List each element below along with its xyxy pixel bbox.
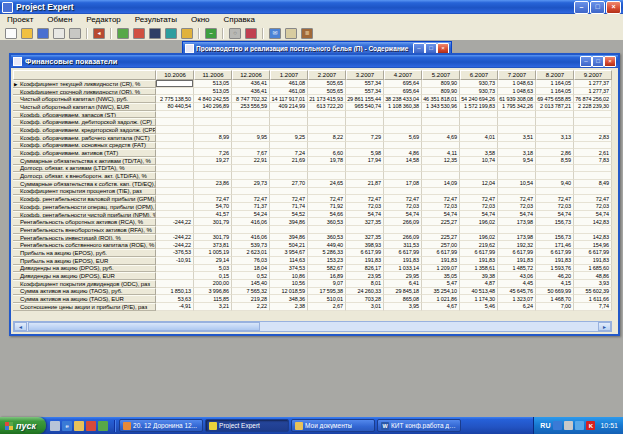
table-cell[interactable]: 301,79 <box>194 218 232 226</box>
table-cell[interactable] <box>536 188 574 196</box>
bg-close-button[interactable]: × <box>437 43 449 54</box>
table-cell[interactable] <box>308 111 346 119</box>
table-cell[interactable] <box>574 142 612 150</box>
row-label[interactable]: Рентабельность оборотных активов (RCA), … <box>13 218 156 226</box>
table-cell[interactable]: 72,47 <box>460 195 498 203</box>
print-button[interactable] <box>68 27 82 39</box>
table-cell[interactable]: 54,24 <box>232 211 270 219</box>
table-cell[interactable] <box>156 226 194 234</box>
table-cell[interactable]: 3,51 <box>498 134 536 142</box>
table-cell[interactable]: 17,94 <box>346 157 384 165</box>
scrollbar-thumb[interactable] <box>28 322 260 331</box>
table-cell[interactable] <box>308 142 346 150</box>
table-cell[interactable]: 1 108 360,38 <box>384 103 422 111</box>
table-cell[interactable]: 2,67 <box>308 303 346 311</box>
table-cell[interactable] <box>156 157 194 165</box>
table-cell[interactable]: 809,90 <box>422 88 460 96</box>
table-cell[interactable]: 4,11 <box>422 149 460 157</box>
table-cell[interactable]: 1 485,72 <box>498 265 536 273</box>
table-cell[interactable]: 80 440,54 <box>156 103 194 111</box>
table-cell[interactable]: 1 174,30 <box>460 295 498 303</box>
table-cell[interactable] <box>460 226 498 234</box>
table-cell[interactable]: 505,65 <box>308 88 346 96</box>
table-cell[interactable] <box>498 111 536 119</box>
table-cell[interactable] <box>346 142 384 150</box>
table-cell[interactable]: 1 593,76 <box>536 265 574 273</box>
panel-minimize-button[interactable]: – <box>580 56 592 67</box>
table-cell[interactable]: 24 260,33 <box>346 288 384 296</box>
row-label[interactable]: Прибыль на акцию (EPOS), EUR <box>13 257 156 265</box>
table-cell[interactable]: 48,86 <box>574 272 612 280</box>
table-cell[interactable] <box>194 111 232 119</box>
save-button[interactable] <box>36 27 50 39</box>
table-cell[interactable]: 54,66 <box>308 211 346 219</box>
table-cell[interactable]: 191,83 <box>460 257 498 265</box>
table-cell[interactable] <box>156 126 194 134</box>
table-cell[interactable]: 72,47 <box>194 195 232 203</box>
menu-item-5[interactable]: Окно <box>184 14 217 26</box>
table-cell[interactable]: 374,53 <box>270 265 308 273</box>
table-cell[interactable]: 348,36 <box>270 295 308 303</box>
table-cell[interactable]: 72,47 <box>308 195 346 203</box>
table-cell[interactable]: 71,37 <box>232 203 270 211</box>
table-cell[interactable]: 695,64 <box>384 88 422 96</box>
table-cell[interactable] <box>384 126 422 134</box>
table-cell[interactable]: 54,70 <box>194 203 232 211</box>
table-cell[interactable]: 436,41 <box>232 80 270 88</box>
table-cell[interactable]: 12,35 <box>422 157 460 165</box>
table-cell[interactable] <box>422 118 460 126</box>
table-cell[interactable]: 5,69 <box>384 134 422 142</box>
table-cell[interactable]: 409 214,99 <box>270 103 308 111</box>
table-cell[interactable]: 7 565,32 <box>232 288 270 296</box>
company-button[interactable] <box>116 27 130 39</box>
table-cell[interactable]: 16,89 <box>308 272 346 280</box>
table-cell[interactable]: 2 228 239,30 <box>574 103 612 111</box>
quicklaunch-messenger-icon[interactable] <box>98 421 108 431</box>
table-cell[interactable] <box>346 226 384 234</box>
exit-button[interactable]: ◂ <box>92 27 106 39</box>
table-cell[interactable]: 21,69 <box>270 157 308 165</box>
row-label[interactable]: Чистый оборотный капитал (NWC), EUR <box>13 103 156 111</box>
table-cell[interactable]: 76 874 256,02 <box>574 95 612 103</box>
print-preview-button[interactable] <box>52 27 66 39</box>
open-button[interactable] <box>20 27 34 39</box>
table-cell[interactable] <box>536 142 574 150</box>
table-cell[interactable]: 373,81 <box>194 241 232 249</box>
table-cell[interactable]: 54,74 <box>536 211 574 219</box>
table-cell[interactable]: 142,83 <box>574 234 612 242</box>
table-cell[interactable]: 53,63 <box>156 295 194 303</box>
table-cell[interactable]: 5,46 <box>460 303 498 311</box>
table-cell[interactable]: 219,62 <box>460 241 498 249</box>
table-cell[interactable]: -4,91 <box>156 303 194 311</box>
table-cell[interactable]: 1 209,07 <box>422 265 460 273</box>
table-cell[interactable] <box>308 226 346 234</box>
close-button[interactable]: × <box>606 1 621 14</box>
table-cell[interactable] <box>574 172 612 180</box>
main-title-bar[interactable]: Project Expert – □ × <box>0 0 623 14</box>
table-cell[interactable]: 173,98 <box>498 234 536 242</box>
row-label[interactable]: Коэфф. оборачиваем. рабочего капитала (N… <box>13 134 156 142</box>
table-cell[interactable]: 1 033,14 <box>384 265 422 273</box>
table-cell[interactable]: 21 173 415,93 <box>308 95 346 103</box>
row-label[interactable]: Рентабельность инвестиций (ROI), % <box>13 234 156 242</box>
table-cell[interactable] <box>194 172 232 180</box>
table-cell[interactable]: 6 617,99 <box>422 249 460 257</box>
table-cell[interactable] <box>384 226 422 234</box>
table-cell[interactable] <box>498 126 536 134</box>
menu-item-1[interactable]: Проект <box>0 14 40 26</box>
table-cell[interactable] <box>536 165 574 173</box>
table-cell[interactable]: 513,05 <box>194 88 232 96</box>
table-cell[interactable] <box>232 111 270 119</box>
table-cell[interactable]: 10,74 <box>460 157 498 165</box>
table-cell[interactable] <box>156 180 194 188</box>
table-cell[interactable]: 394,86 <box>270 218 308 226</box>
table-cell[interactable]: 18,04 <box>232 265 270 273</box>
table-cell[interactable]: 4,67 <box>422 303 460 311</box>
table-cell[interactable] <box>460 126 498 134</box>
table-cell[interactable]: 191,83 <box>384 257 422 265</box>
table-cell[interactable]: 4,86 <box>384 149 422 157</box>
row-label[interactable]: Прибыль на акцию (EPOS), руб. <box>13 249 156 257</box>
table-cell[interactable]: 9,40 <box>536 180 574 188</box>
table-cell[interactable] <box>156 80 194 88</box>
table-cell[interactable]: 1 685,60 <box>574 265 612 273</box>
